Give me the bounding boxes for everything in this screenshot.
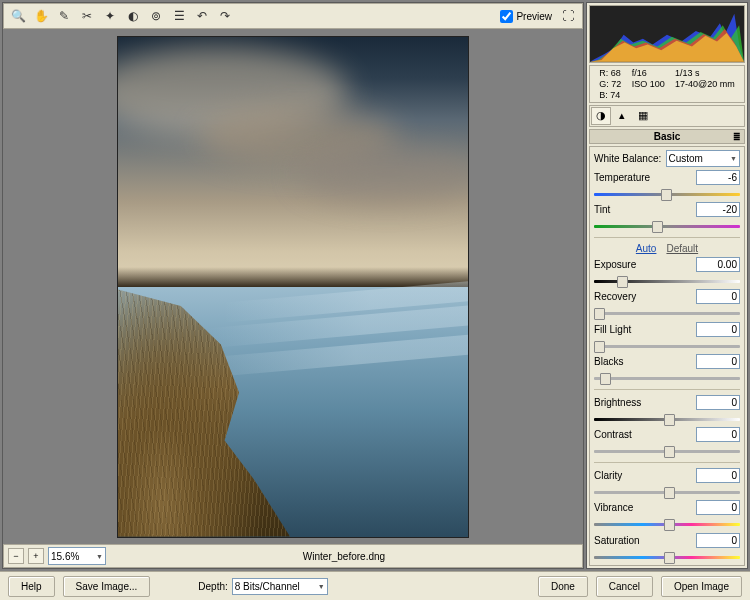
adjust-panel: R: 68G: 72B: 74 f/16ISO 100 1/13 s17-40@… xyxy=(586,2,748,569)
temperature-label: Temperature xyxy=(594,172,693,183)
panel-title: Basic≣ xyxy=(589,129,745,144)
clarity-value[interactable]: 0 xyxy=(696,468,740,483)
hand-tool-icon[interactable]: ✋ xyxy=(30,6,52,26)
vibrance-slider[interactable] xyxy=(594,519,740,527)
wb-label: White Balance: xyxy=(594,153,663,164)
retouch-icon[interactable]: ◐ xyxy=(122,6,144,26)
panel-menu-icon[interactable]: ≣ xyxy=(733,132,741,142)
tint-label: Tint xyxy=(594,204,693,215)
rotate-cw-icon[interactable]: ↷ xyxy=(214,6,236,26)
zoom-select[interactable]: 15.6%▼ xyxy=(48,547,106,565)
vibrance-value[interactable]: 0 xyxy=(696,500,740,515)
histogram[interactable] xyxy=(589,5,745,63)
footer: Help Save Image... Depth:8 Bits/Channel▼… xyxy=(0,571,750,600)
tint-value[interactable]: -20 xyxy=(696,202,740,217)
save-image-button[interactable]: Save Image... xyxy=(63,576,151,597)
preview-statusbar: − + 15.6%▼ Winter_before.dng xyxy=(3,544,583,568)
preview-pane: 🔍 ✋ ✎ ✂ ✦ ◐ ⊚ ☰ ↶ ↷ Preview ⛶ − + 15.6%▼… xyxy=(2,2,584,569)
brightness-slider[interactable] xyxy=(594,414,740,422)
temperature-value[interactable]: -6 xyxy=(696,170,740,185)
straighten-icon[interactable]: ✦ xyxy=(99,6,121,26)
brightness-value[interactable]: 0 xyxy=(696,395,740,410)
depth-label: Depth: xyxy=(198,581,227,592)
temperature-slider[interactable] xyxy=(594,189,740,197)
help-button[interactable]: Help xyxy=(8,576,55,597)
saturation-slider[interactable] xyxy=(594,552,740,560)
list-icon[interactable]: ☰ xyxy=(168,6,190,26)
preview-checkbox[interactable]: Preview xyxy=(496,10,556,23)
blacks-value[interactable]: 0 xyxy=(696,354,740,369)
exposure-value[interactable]: 0.00 xyxy=(696,257,740,272)
vibrance-label: Vibrance xyxy=(594,502,693,513)
saturation-label: Saturation xyxy=(594,535,693,546)
tint-slider[interactable] xyxy=(594,221,740,229)
clarity-slider[interactable] xyxy=(594,487,740,495)
tab-basic-icon[interactable]: ◑ xyxy=(591,107,611,125)
recovery-slider[interactable] xyxy=(594,308,740,316)
clarity-label: Clarity xyxy=(594,470,693,481)
filename-label: Winter_before.dng xyxy=(110,551,578,562)
tab-detail-icon[interactable]: ▦ xyxy=(633,107,653,125)
cancel-button[interactable]: Cancel xyxy=(596,576,653,597)
blacks-slider[interactable] xyxy=(594,373,740,381)
default-link[interactable]: Default xyxy=(666,243,698,254)
crop-tool-icon[interactable]: ✂ xyxy=(76,6,98,26)
filllight-value[interactable]: 0 xyxy=(696,322,740,337)
auto-link[interactable]: Auto xyxy=(636,243,657,254)
eyedropper-icon[interactable]: ✎ xyxy=(53,6,75,26)
recovery-value[interactable]: 0 xyxy=(696,289,740,304)
brightness-label: Brightness xyxy=(594,397,693,408)
open-image-button[interactable]: Open Image xyxy=(661,576,742,597)
saturation-value[interactable]: 0 xyxy=(696,533,740,548)
wb-select[interactable]: Custom▼ xyxy=(666,150,741,167)
tab-tonecurve-icon[interactable]: ▴ xyxy=(612,107,632,125)
filllight-label: Fill Light xyxy=(594,324,693,335)
filllight-slider[interactable] xyxy=(594,341,740,349)
basic-panel: White Balance:Custom▼ Temperature-6 Tint… xyxy=(589,146,745,566)
contrast-value[interactable]: 0 xyxy=(696,427,740,442)
blacks-label: Blacks xyxy=(594,356,693,367)
contrast-slider[interactable] xyxy=(594,446,740,454)
image-preview[interactable] xyxy=(3,29,583,544)
rotate-ccw-icon[interactable]: ↶ xyxy=(191,6,213,26)
zoom-in-button[interactable]: + xyxy=(28,548,44,564)
panel-tabs: ◑ ▴ ▦ xyxy=(589,105,745,127)
contrast-label: Contrast xyxy=(594,429,693,440)
zoom-out-button[interactable]: − xyxy=(8,548,24,564)
recovery-label: Recovery xyxy=(594,291,693,302)
exposure-label: Exposure xyxy=(594,259,693,270)
fullscreen-icon[interactable]: ⛶ xyxy=(557,6,579,26)
done-button[interactable]: Done xyxy=(538,576,588,597)
preview-toolbar: 🔍 ✋ ✎ ✂ ✦ ◐ ⊚ ☰ ↶ ↷ Preview ⛶ xyxy=(3,3,583,29)
zoom-tool-icon[interactable]: 🔍 xyxy=(7,6,29,26)
redeye-icon[interactable]: ⊚ xyxy=(145,6,167,26)
readout: R: 68G: 72B: 74 f/16ISO 100 1/13 s17-40@… xyxy=(589,65,745,103)
exposure-slider[interactable] xyxy=(594,276,740,284)
depth-select[interactable]: 8 Bits/Channel▼ xyxy=(232,578,328,595)
